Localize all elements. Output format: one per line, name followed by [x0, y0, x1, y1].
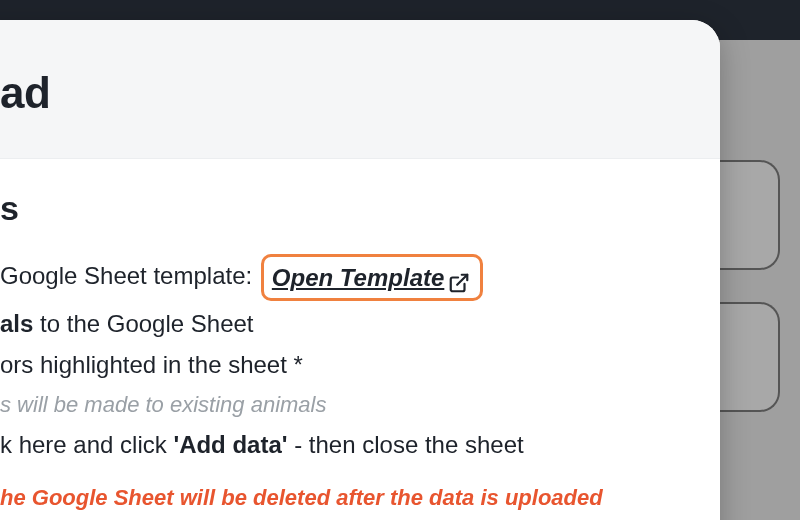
upload-modal: ad s Google Sheet template: Open Templat… — [0, 20, 720, 520]
step2-bold: als — [0, 310, 33, 337]
modal-body: s Google Sheet template: Open Template a… — [0, 159, 720, 520]
step4-bold: 'Add data' — [173, 431, 287, 458]
external-link-icon — [448, 267, 470, 289]
modal-header: ad — [0, 20, 720, 159]
step1-text: Google Sheet template: — [0, 262, 252, 289]
step4-prefix: k here and click — [0, 431, 173, 458]
step4-rest: - then close the sheet — [288, 431, 524, 458]
instructions-heading: s — [0, 189, 680, 228]
instruction-step-4: k here and click 'Add data' - then close… — [0, 426, 680, 463]
svg-line-0 — [457, 274, 467, 284]
instruction-step-1: Google Sheet template: Open Template — [0, 254, 680, 301]
instruction-warning: he Google Sheet will be deleted after th… — [0, 481, 680, 515]
open-template-highlight: Open Template — [261, 254, 483, 301]
instruction-note: s will be made to existing animals — [0, 388, 680, 422]
instruction-step-3: ors highlighted in the sheet * — [0, 346, 680, 383]
open-template-link[interactable]: Open Template — [272, 259, 444, 296]
instruction-step-2: als to the Google Sheet — [0, 305, 680, 342]
step2-rest: to the Google Sheet — [33, 310, 253, 337]
modal-title: ad — [0, 68, 680, 118]
